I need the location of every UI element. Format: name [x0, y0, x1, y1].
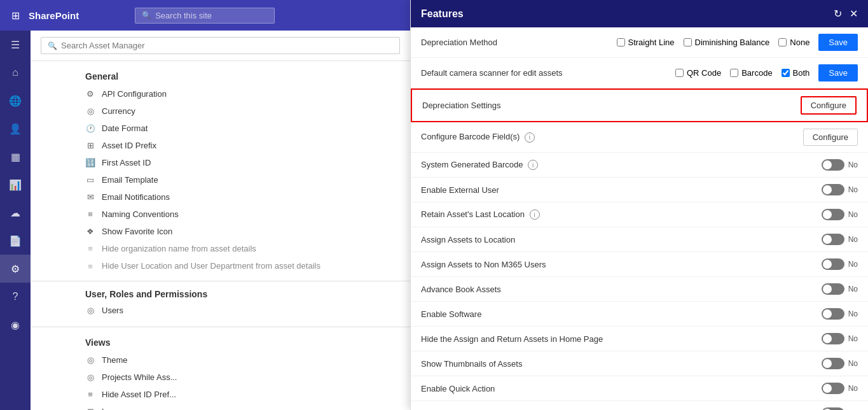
theme-icon: ◎ — [85, 355, 95, 365]
sidebar-item-hideuser[interactable]: ≡ Hide User Location and User Department… — [31, 257, 410, 276]
user-roles-title: User, Roles and Permissions — [31, 281, 410, 302]
show-thumbnails-toggle[interactable] — [822, 358, 844, 369]
nav-help-icon[interactable]: ? — [0, 283, 31, 311]
search-bar[interactable]: 🔍 Search this site — [135, 8, 275, 24]
panel-close-button[interactable]: ✕ — [850, 8, 858, 20]
nav-people-icon[interactable]: 👤 — [0, 115, 31, 143]
assign-non-m365-label: Assign Assets to Non M365 Users — [421, 260, 822, 269]
qr-code-checkbox[interactable] — [675, 69, 684, 77]
hideasset-label: Hide Asset ID Pref... — [102, 390, 176, 399]
both-checkbox[interactable] — [782, 69, 790, 77]
advance-book-row: Advance Book Assets No — [411, 277, 868, 302]
views-item-languages[interactable]: ⊞ Languages — [31, 403, 410, 410]
assign-non-m365-row: Assign Assets to Non M365 Users No — [411, 252, 868, 277]
projects-label: Projects While Ass... — [102, 372, 177, 382]
enable-external-row: Enable External User No — [411, 178, 868, 202]
nav-settings-icon[interactable]: ⚙ — [0, 255, 31, 283]
sidebar-item-favorite[interactable]: ❖ Show Favorite Icon — [31, 223, 410, 240]
assign-location-row: Assign Assets to Location No — [411, 227, 868, 252]
system-barcode-toggle[interactable] — [822, 159, 844, 171]
retain-location-info-icon[interactable]: i — [530, 209, 540, 220]
enable-quick-toggle[interactable] — [822, 383, 844, 394]
nav-docs-icon[interactable]: 📄 — [0, 227, 31, 255]
sidebar-item-currency[interactable]: ◎ Currency — [31, 102, 410, 120]
depreciation-method-save-button[interactable]: Save — [818, 34, 858, 51]
sidebar-item-users[interactable]: ◎ Users — [31, 302, 410, 319]
nav-sphere-icon[interactable]: ◉ — [0, 311, 31, 339]
enable-quick-row: Enable Quick Action No — [411, 376, 868, 401]
nav-globe-icon[interactable]: 🌐 — [0, 87, 31, 115]
nav-menu-icon[interactable]: ☰ — [0, 31, 31, 59]
both-option[interactable]: Both — [782, 68, 810, 78]
email-notif-label: Email Notifications — [102, 192, 170, 202]
views-item-hideasset[interactable]: ≡ Hide Asset ID Pref... — [31, 386, 410, 403]
nav-chart-icon[interactable]: 📊 — [0, 171, 31, 199]
asset-prefix-label: Asset ID Prefix — [102, 141, 156, 150]
panel-refresh-button[interactable]: ↻ — [834, 8, 842, 20]
show-thumbnails-label: Show Thumbnails of Assets — [421, 359, 822, 369]
configure-barcode-row: Configure Barcode Field(s) i Configure — [411, 122, 868, 153]
sidebar-item-hideorg[interactable]: ≡ Hide organization name from asset deta… — [31, 240, 410, 257]
sidebar-item-date[interactable]: 🕐 Date Format — [31, 120, 410, 137]
advance-book-no-label: No — [848, 285, 858, 293]
retain-location-no-label: No — [848, 210, 858, 219]
sidebar-item-naming[interactable]: ≡ Naming Conventions — [31, 206, 410, 223]
hideorg-label: Hide organization name from asset detail… — [102, 244, 256, 253]
qr-code-option[interactable]: QR Code — [675, 68, 721, 78]
enable-software-label: Enable Software — [421, 309, 822, 319]
sidebar-item-asset-prefix[interactable]: ⊞ Asset ID Prefix — [31, 137, 410, 154]
system-barcode-info-icon[interactable]: i — [528, 160, 538, 170]
languages-icon: ⊞ — [85, 407, 95, 410]
hideuser-icon: ≡ — [85, 262, 95, 271]
show-thumbnails-no-label: No — [848, 359, 858, 368]
currency-icon: ◎ — [85, 106, 95, 116]
configure-barcode-button[interactable]: Configure — [803, 129, 858, 146]
none-option[interactable]: None — [778, 38, 809, 47]
enable-quick-no-label: No — [848, 384, 858, 393]
assign-non-m365-toggle[interactable] — [822, 258, 844, 270]
asset-search-container: 🔍 — [31, 31, 410, 61]
waffle-icon[interactable]: ⊞ — [8, 7, 24, 24]
straight-line-option[interactable]: Straight Line — [617, 38, 675, 47]
sidebar-item-api[interactable]: ⚙ API Configuration — [31, 85, 410, 102]
enable-external-label: Enable External User — [421, 185, 822, 195]
diminishing-balance-checkbox[interactable] — [684, 38, 692, 46]
advance-book-toggle[interactable] — [822, 283, 844, 295]
currency-label: Currency — [102, 106, 135, 116]
camera-scanner-save-button[interactable]: Save — [818, 64, 858, 81]
sidebar-item-email-notif[interactable]: ✉ Email Notifications — [31, 188, 410, 206]
nav-home-icon[interactable]: ⌂ — [0, 59, 31, 87]
naming-label: Naming Conventions — [102, 209, 179, 219]
search-icon: 🔍 — [142, 11, 151, 20]
depreciation-settings-configure-button[interactable]: Configure — [801, 96, 857, 115]
email-template-icon: ▭ — [85, 175, 95, 185]
camera-scanner-row: Default camera scanner for edit assets Q… — [411, 58, 868, 88]
sidebar-item-email-template[interactable]: ▭ Email Template — [31, 171, 410, 188]
retain-location-toggle[interactable] — [822, 209, 844, 220]
views-item-projects[interactable]: ◎ Projects While Ass... — [31, 369, 410, 386]
diminishing-balance-option[interactable]: Diminishing Balance — [684, 38, 770, 47]
hide-assign-toggle[interactable] — [822, 333, 844, 344]
configure-barcode-info-icon[interactable]: i — [525, 132, 535, 143]
hide-assign-label: Hide the Assign and Return Assets in Hom… — [421, 334, 822, 344]
nav-table-icon[interactable]: ▦ — [0, 143, 31, 171]
projects-icon: ◎ — [85, 372, 95, 382]
sidebar-item-first-asset[interactable]: 🔢 First Asset ID — [31, 154, 410, 171]
app-logo: SharePoint — [29, 10, 79, 21]
nav-cloud-icon[interactable]: ☁ — [0, 199, 31, 227]
enable-external-toggle[interactable] — [822, 184, 844, 195]
show-user-assets-toggle[interactable] — [822, 407, 844, 410]
none-checkbox[interactable] — [778, 38, 787, 46]
retain-location-label: Retain Asset's Last Location i — [421, 209, 822, 220]
depreciation-settings-row: Depreciation Settings Configure — [411, 88, 868, 122]
barcode-option[interactable]: Barcode — [730, 68, 772, 78]
assign-location-toggle[interactable] — [822, 234, 844, 245]
straight-line-checkbox[interactable] — [617, 38, 625, 46]
first-asset-label: First Asset ID — [102, 158, 151, 167]
asset-search-input[interactable] — [61, 41, 393, 50]
barcode-checkbox[interactable] — [730, 69, 738, 77]
views-item-theme[interactable]: ◎ Theme — [31, 351, 410, 369]
hide-assign-row: Hide the Assign and Return Assets in Hom… — [411, 327, 868, 351]
camera-scanner-controls: QR Code Barcode Both Save — [675, 64, 858, 81]
enable-software-toggle[interactable] — [822, 308, 844, 320]
